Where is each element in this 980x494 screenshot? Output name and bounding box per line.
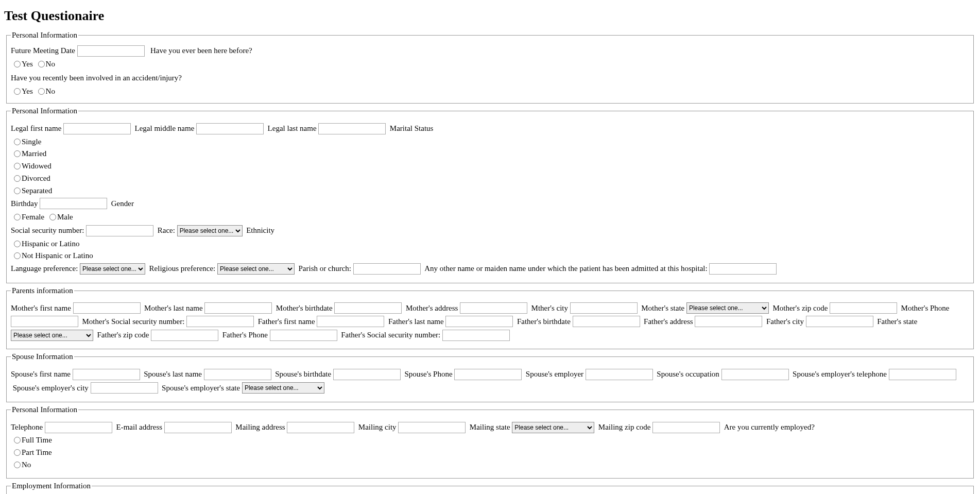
select-rel-pref[interactable]: Please select one... (217, 263, 295, 275)
radio-widowed[interactable] (14, 163, 21, 169)
label-female: Female (22, 213, 44, 221)
radio-married[interactable] (14, 150, 21, 157)
input-mail-zip[interactable] (652, 422, 720, 433)
radio-emp-no[interactable] (14, 462, 21, 468)
select-race[interactable]: Please select one... (177, 225, 243, 236)
label-m-first: Mother's first name (11, 303, 71, 312)
label-race: Race: (158, 226, 175, 234)
label-s-occ: Spouse's occupation (657, 370, 719, 378)
label-employed: Are you currently employed? (724, 423, 815, 431)
label-tel: Telephone (11, 423, 43, 431)
label-f-first: Father's first name (258, 317, 315, 326)
label-ethnicity: Ethnicity (246, 226, 274, 234)
radio-been-yes[interactable] (14, 61, 21, 67)
input-first-name[interactable] (63, 123, 131, 134)
input-m-first[interactable] (73, 302, 141, 314)
label-ssn: Social security number: (11, 226, 84, 234)
input-f-addr[interactable] (695, 316, 762, 327)
select-f-state[interactable]: Please select one... (11, 330, 93, 341)
legend-spouse: Spouse Information (11, 352, 74, 361)
radio-female[interactable] (14, 214, 21, 220)
label-f-addr: Father's address (644, 317, 693, 326)
input-mail-city[interactable] (398, 422, 466, 433)
input-m-zip[interactable] (830, 302, 897, 314)
legend-personal-3: Personal Information (11, 405, 78, 414)
input-birthday[interactable] (40, 198, 107, 209)
label-acc-no: No (46, 87, 55, 95)
label-m-ssn: Mother's Social security number: (82, 317, 185, 326)
label-mail-zip: Mailing zip code (598, 423, 651, 431)
input-last-name[interactable] (318, 123, 386, 134)
select-m-state[interactable]: Please select one... (686, 302, 769, 314)
input-s-birth[interactable] (333, 369, 401, 380)
legend-parents: Parents information (11, 286, 74, 295)
page-title: Test Questionaire (4, 8, 976, 24)
input-tel[interactable] (45, 422, 112, 433)
label-f-ssn: Father's Social security number: (341, 331, 440, 339)
radio-divorced[interactable] (14, 175, 21, 182)
label-not-hispanic: Not Hispanic or Latino (22, 252, 93, 260)
input-f-last[interactable] (445, 316, 513, 327)
input-m-addr[interactable] (460, 302, 527, 314)
input-s-occ[interactable] (721, 369, 789, 380)
input-m-last[interactable] (204, 302, 272, 314)
input-s-emp-city[interactable] (91, 382, 158, 394)
radio-been-no[interactable] (38, 61, 45, 67)
input-middle-name[interactable] (196, 123, 264, 134)
label-s-first: Spouse's first name (11, 370, 71, 378)
radio-male[interactable] (49, 214, 56, 220)
input-parish[interactable] (353, 263, 421, 275)
label-s-phone: Spouse's Phone (404, 370, 452, 378)
input-m-city[interactable] (570, 302, 638, 314)
label-rel-pref: Religious preference: (149, 264, 216, 272)
label-parttime: Part Time (22, 449, 52, 457)
radio-hispanic[interactable] (14, 241, 21, 247)
legend-personal-1: Personal Information (11, 31, 78, 40)
radio-not-hispanic[interactable] (14, 252, 21, 259)
fieldset-personal-2: Personal Information Legal first name Le… (6, 107, 974, 283)
input-ssn[interactable] (86, 225, 153, 236)
input-s-emp-tel[interactable] (889, 369, 956, 380)
label-m-birth: Mother's birthdate (276, 303, 333, 312)
label-m-zip: Mother's zip code (772, 303, 828, 312)
label-f-phone: Father's Phone (222, 331, 268, 339)
input-mail-addr[interactable] (287, 422, 354, 433)
label-fulltime: Full Time (22, 436, 52, 445)
label-s-emp-city: Spouse's employer's city (13, 384, 89, 392)
label-been-yes: Yes (22, 60, 33, 68)
radio-acc-yes[interactable] (14, 88, 21, 95)
input-f-first[interactable] (317, 316, 384, 327)
label-other-name: Any other name or maiden name under whic… (424, 264, 707, 272)
input-email[interactable] (164, 422, 232, 433)
select-mail-state[interactable]: Please select one... (512, 422, 594, 433)
input-f-birth[interactable] (573, 316, 640, 327)
input-other-name[interactable] (709, 263, 777, 275)
input-s-emp[interactable] (586, 369, 653, 380)
radio-fulltime[interactable] (14, 437, 21, 444)
input-s-phone[interactable] (454, 369, 522, 380)
input-f-zip[interactable] (151, 330, 218, 341)
input-m-phone[interactable] (11, 316, 78, 327)
legend-employment: Employment Information (11, 482, 92, 490)
label-male: Male (57, 213, 73, 221)
select-lang-pref[interactable]: Please select one... (80, 263, 145, 275)
input-m-birth[interactable] (334, 302, 402, 314)
input-f-phone[interactable] (270, 330, 337, 341)
input-s-first[interactable] (73, 369, 140, 380)
label-birthday: Birthday (11, 199, 38, 207)
input-future-meeting-date[interactable] (77, 45, 145, 57)
radio-parttime[interactable] (14, 449, 21, 456)
radio-separated[interactable] (14, 188, 21, 194)
label-middle-name: Legal middle name (135, 124, 195, 132)
label-single: Single (22, 138, 41, 146)
label-acc-yes: Yes (22, 87, 33, 95)
input-f-city[interactable] (806, 316, 873, 327)
input-f-ssn[interactable] (442, 330, 510, 341)
input-s-last[interactable] (204, 369, 271, 380)
label-accident: Have you recently been involved in an ac… (11, 73, 182, 81)
radio-single[interactable] (14, 139, 21, 145)
radio-acc-no[interactable] (38, 88, 45, 95)
input-m-ssn[interactable] (186, 316, 254, 327)
select-s-emp-state[interactable]: Please select one... (242, 382, 324, 394)
label-f-city: Father's city (766, 317, 804, 326)
